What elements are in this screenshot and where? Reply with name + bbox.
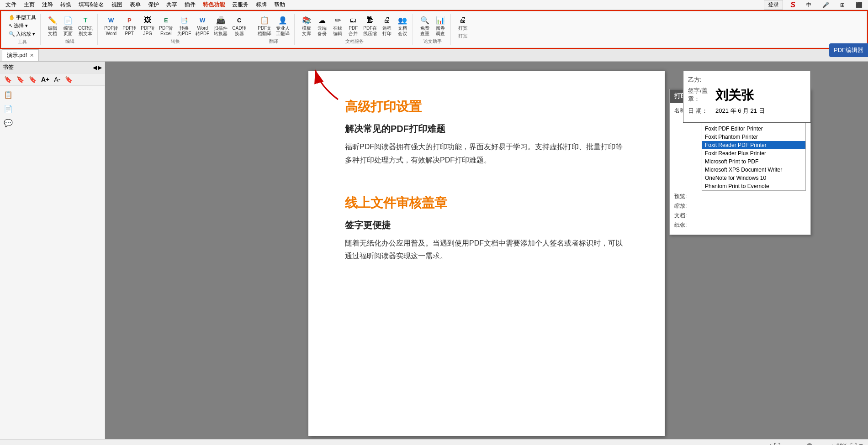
pro-translate-btn[interactable]: 👤 专业人工翻译 <box>274 14 291 37</box>
template-btn[interactable]: 📚 模板文库 <box>299 14 314 37</box>
pdf-to-ppt-btn[interactable]: P PDF转PPT <box>121 14 138 37</box>
cloud-backup-btn[interactable]: ☁ 云端备份 <box>315 14 329 37</box>
word-to-pdf-btn[interactable]: W Word转PDF <box>194 14 211 37</box>
two-page-btn[interactable]: ⧉ <box>859 443 863 445</box>
zoom-tool-btn[interactable]: 🔍 入缩放 ▾ <box>7 30 37 38</box>
pdf-to-excel-btn[interactable]: E PDF转Excel <box>157 14 175 37</box>
cad-btn[interactable]: C CAD转换器 <box>230 14 248 37</box>
grid-icon[interactable]: ⊞ <box>836 1 848 9</box>
menu-sign2[interactable]: 标牌 <box>252 0 270 10</box>
edit-items: ✏️ 编辑文档 📄 编辑页面 T OCR识别文本 <box>45 14 95 37</box>
edit-page-btn[interactable]: 📄 编辑页面 <box>61 14 75 37</box>
zoom-minus-btn[interactable]: — <box>783 443 789 445</box>
bookmark-icon-3[interactable]: 🔖 <box>27 75 38 84</box>
print-preview-row: 预览: <box>674 193 806 200</box>
paper-items: 🔍 免费查重 📊 阅卷调查 <box>418 14 448 37</box>
printer-ms-pdf[interactable]: Microsoft Print to PDF <box>702 157 805 166</box>
sidebar: 书签 ◀ ▶ 🔖 🔖 🔖 A+ A- 🔖 📋 📄 💬 <box>0 62 105 439</box>
print-zoom-label: 缩放: <box>674 202 702 210</box>
compress-btn[interactable]: 🗜 PDF在线压缩 <box>361 14 379 37</box>
scan-btn[interactable]: 📠 扫描件转换器 <box>212 14 229 37</box>
remote-print-btn[interactable]: 🖨 远程打印 <box>380 14 394 37</box>
printwide-btn[interactable]: 🖨 打宽 <box>455 14 470 32</box>
pdf-excel-label: PDF转Excel <box>159 26 173 37</box>
font-larger-icon[interactable]: A+ <box>40 75 51 84</box>
translate-items: 📋 PDF文档翻译 👤 专业人工翻译 <box>256 14 291 37</box>
check-duplicate-btn[interactable]: 🔍 免费查重 <box>418 14 432 37</box>
menu-file[interactable]: 文件 <box>2 0 20 10</box>
zoom-plus-btn[interactable]: + <box>831 443 834 445</box>
tab-close-btn[interactable]: ✕ <box>30 52 34 58</box>
printer-ms-xps[interactable]: Microsoft XPS Document Writer <box>702 166 805 174</box>
fullscreen-btn[interactable]: ⛶ <box>850 442 857 445</box>
tab-label: 演示.pdf <box>7 52 27 59</box>
zoom-fit-btn[interactable]: ⛶ <box>774 442 780 445</box>
remote-print-icon: 🖨 <box>381 15 392 26</box>
cloud-label: 云端备份 <box>318 26 327 37</box>
survey-icon: 📊 <box>435 15 446 26</box>
sidebar-panel-icon-1[interactable]: 📋 <box>0 88 105 102</box>
sidebar-panel-icon-2[interactable]: 📄 <box>0 102 105 116</box>
to-pdf-btn[interactable]: 📑 转换为PDF <box>175 14 193 37</box>
menu-comment[interactable]: 注释 <box>38 0 57 10</box>
pdf-translate-btn[interactable]: 📋 PDF文档翻译 <box>256 14 273 37</box>
menu-home[interactable]: 主页 <box>20 0 38 10</box>
sidebar-panel-icon-3[interactable]: 💬 <box>0 116 105 130</box>
tab-demo-pdf[interactable]: 演示.pdf ✕ <box>2 49 39 61</box>
printer-foxit-editor[interactable]: Foxit PDF Editor Printer <box>702 125 805 133</box>
cloud-icon: ☁ <box>317 15 328 26</box>
menu-share[interactable]: 共享 <box>163 0 181 10</box>
ocr-btn[interactable]: T OCR识别文本 <box>76 14 95 37</box>
top-bar-right: 登录 S 中 🎤 ⊞ ⬛ <box>764 0 866 10</box>
print-printer-list[interactable]: Fax Foxit PDF Editor Printer Foxit Phant… <box>702 116 806 191</box>
group-label-translate: 翻译 <box>269 38 278 45</box>
select-tool-btn[interactable]: ↖ 选择 ▾ <box>7 22 37 30</box>
remote-print-label: 远程打印 <box>382 26 392 37</box>
lang-icon[interactable]: 中 <box>803 0 815 9</box>
section-print: 高级打印设置 解决常见的PDF打印难题 福昕PDF阅读器拥有强大的打印功能，界面… <box>345 98 628 167</box>
login-button[interactable]: 登录 <box>764 0 783 10</box>
printer-foxit-reader[interactable]: Foxit Reader PDF Printer <box>702 141 805 149</box>
scroll-right-icon[interactable]: ▶ <box>770 443 774 445</box>
zoom-thumb[interactable] <box>807 443 812 445</box>
sidebar-next-btn[interactable]: ▶ <box>98 64 102 71</box>
menu-special[interactable]: 特色功能 <box>199 0 228 10</box>
bookmark-icon-2[interactable]: 🔖 <box>15 75 26 84</box>
survey-btn[interactable]: 📊 阅卷调查 <box>433 14 448 37</box>
print-paper-row: 纸张: <box>674 221 806 229</box>
menu-sign[interactable]: 填写&签名 <box>75 0 108 10</box>
right-panel-label[interactable]: PDF编辑器 <box>829 43 868 57</box>
printer-phantom-evernote[interactable]: Phantom Print to Evernote <box>702 182 805 190</box>
edit-page-label: 编辑页面 <box>64 26 73 37</box>
hand-tool-btn[interactable]: ✋ 手型工具 <box>7 14 37 21</box>
pdf-to-jpg-btn[interactable]: 🖼 PDF转JPG <box>139 14 156 37</box>
printer-onenote[interactable]: OneNote for Windows 10 <box>702 174 805 182</box>
printer-foxit-plus[interactable]: Foxit Reader Plus Printer <box>702 149 805 157</box>
pdf-to-word-btn[interactable]: W PDF转Word <box>102 14 120 37</box>
menu-help[interactable]: 帮助 <box>270 0 289 10</box>
resize-icon[interactable]: ⬛ <box>852 1 866 9</box>
doc-meeting-icon: 👥 <box>397 15 408 26</box>
group-label-tools: 工具 <box>18 39 27 45</box>
menu-form[interactable]: 表单 <box>126 0 144 10</box>
compress-icon: 🗜 <box>365 15 376 26</box>
font-smaller-icon[interactable]: A- <box>53 75 62 84</box>
red-arrow <box>302 68 356 104</box>
doc-meeting-btn[interactable]: 👥 文档会议 <box>395 14 410 37</box>
menu-protect[interactable]: 保护 <box>144 0 163 10</box>
online-edit-btn[interactable]: ✏ 在线编辑 <box>330 14 345 37</box>
sidebar-prev-btn[interactable]: ◀ <box>93 64 97 71</box>
edit-doc-btn[interactable]: ✏️ 编辑文档 <box>45 14 60 37</box>
scan-icon: 📠 <box>215 15 226 26</box>
menu-cloud[interactable]: 云服务 <box>228 0 252 10</box>
menu-plugin[interactable]: 插件 <box>181 0 199 10</box>
menu-convert[interactable]: 转换 <box>57 0 75 10</box>
bookmark-icon-1[interactable]: 🔖 <box>3 75 13 84</box>
section-print-body: 福昕PDF阅读器拥有强大的打印功能，界面友好易于学习。支持虚拟打印、批量打印等多… <box>345 141 628 167</box>
sig-name-label: 签字/盖章： <box>688 87 715 104</box>
mic-icon[interactable]: 🎤 <box>819 1 833 9</box>
bookmark-icon-4[interactable]: 🔖 <box>64 75 74 84</box>
menu-view[interactable]: 视图 <box>108 0 126 10</box>
printer-foxit-phantom[interactable]: Foxit Phantom Printer <box>702 133 805 141</box>
merge-btn[interactable]: 🗂 PDF合并 <box>346 14 360 37</box>
